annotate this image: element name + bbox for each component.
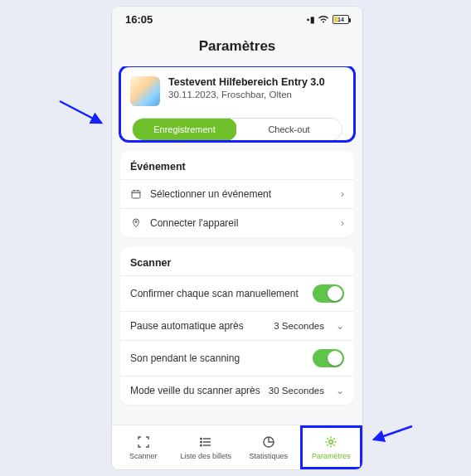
confirm-scan-row: Confirmer chaque scan manuellement xyxy=(120,275,354,311)
svg-point-8 xyxy=(201,438,202,440)
svg-line-14 xyxy=(374,426,412,440)
select-event-label: Sélectionner un événement xyxy=(150,188,333,200)
pie-icon xyxy=(261,435,276,449)
svg-point-9 xyxy=(201,441,202,443)
chevron-down-icon: ⌄ xyxy=(336,320,344,332)
auto-pause-value: 3 Secondes xyxy=(274,321,324,331)
tab-scanner[interactable]: Scanner xyxy=(112,425,175,469)
annotation-arrow-right xyxy=(369,420,419,453)
select-event-row[interactable]: Sélectionner un événement › xyxy=(120,179,354,208)
event-thumbnail xyxy=(130,76,160,106)
svg-point-12 xyxy=(329,440,333,444)
svg-rect-0 xyxy=(132,191,140,198)
sleep-value: 30 Secondes xyxy=(269,386,324,396)
svg-line-13 xyxy=(60,101,101,123)
confirm-scan-toggle[interactable] xyxy=(313,284,344,303)
connect-device-row[interactable]: Connecter l'appareil › xyxy=(120,208,354,237)
battery-icon: 14 xyxy=(333,15,349,24)
mode-segment: Enregistrement Check-out xyxy=(132,118,342,141)
confirm-scan-label: Confirmer chaque scan manuellement xyxy=(130,288,304,299)
sleep-label: Mode veille du scanner après xyxy=(130,385,260,396)
phone-frame: 16:05 ▪ ▮ 14 Paramètres Testevent Hilfeb… xyxy=(112,7,362,469)
scanner-section: Scanner Confirmer chaque scan manuelleme… xyxy=(120,247,354,405)
event-text: Testevent Hilfebereich Entry 3.0 30.11.2… xyxy=(168,76,325,106)
page-title: Paramètres xyxy=(112,32,362,66)
tab-settings-label: Paramètres xyxy=(312,452,351,460)
chevron-right-icon: › xyxy=(341,188,344,200)
tab-stats-label: Statistiques xyxy=(249,452,288,460)
status-time: 16:05 xyxy=(125,13,153,26)
event-subtitle: 30.11.2023, Froschbar, Olten xyxy=(168,90,325,100)
content-scroll: Testevent Hilfebereich Entry 3.0 30.11.2… xyxy=(112,66,362,425)
evenement-section: Événement Sélectionner un événement › Co… xyxy=(120,151,354,237)
signal-icon: ▪ ▮ xyxy=(307,15,314,24)
tab-tickets[interactable]: Liste des billets xyxy=(175,425,238,469)
sound-label: Son pendant le scanning xyxy=(130,352,304,364)
location-icon xyxy=(130,218,142,228)
svg-point-4 xyxy=(135,221,137,222)
section-label-scanner: Scanner xyxy=(120,247,354,275)
status-right: ▪ ▮ 14 xyxy=(307,13,349,26)
tab-stats[interactable]: Statistiques xyxy=(237,425,300,469)
section-label-evenement: Événement xyxy=(120,151,354,179)
status-bar: 16:05 ▪ ▮ 14 xyxy=(112,7,362,32)
battery-percent: 14 xyxy=(337,17,344,22)
scan-icon xyxy=(136,435,151,449)
sound-toggle[interactable] xyxy=(313,349,344,367)
gear-icon xyxy=(323,435,338,449)
chevron-down-icon: ⌄ xyxy=(336,385,344,396)
tab-tickets-label: Liste des billets xyxy=(180,452,231,460)
sound-row: Son pendant le scanning xyxy=(120,340,354,376)
event-card: Testevent Hilfebereich Entry 3.0 30.11.2… xyxy=(120,66,354,141)
tab-scanner-label: Scanner xyxy=(129,452,158,460)
checkout-segment[interactable]: Check-out xyxy=(236,119,342,140)
tab-settings[interactable]: Paramètres xyxy=(300,425,363,469)
event-header: Testevent Hilfebereich Entry 3.0 30.11.2… xyxy=(120,66,354,114)
list-icon xyxy=(198,435,213,449)
tab-bar: Scanner Liste des billets Statistiques P… xyxy=(112,425,362,469)
connect-device-label: Connecter l'appareil xyxy=(150,217,333,229)
wifi-icon xyxy=(318,13,329,26)
auto-pause-row[interactable]: Pause automatique après 3 Secondes ⌄ xyxy=(120,311,354,340)
calendar-icon xyxy=(130,189,142,199)
svg-point-10 xyxy=(201,444,202,446)
checkin-segment[interactable]: Enregistrement xyxy=(132,118,237,141)
sleep-row[interactable]: Mode veille du scanner après 30 Secondes… xyxy=(120,376,354,405)
chevron-right-icon: › xyxy=(341,217,344,229)
annotation-arrow-left xyxy=(56,98,106,131)
auto-pause-label: Pause automatique après xyxy=(130,320,265,332)
event-title: Testevent Hilfebereich Entry 3.0 xyxy=(168,76,325,88)
